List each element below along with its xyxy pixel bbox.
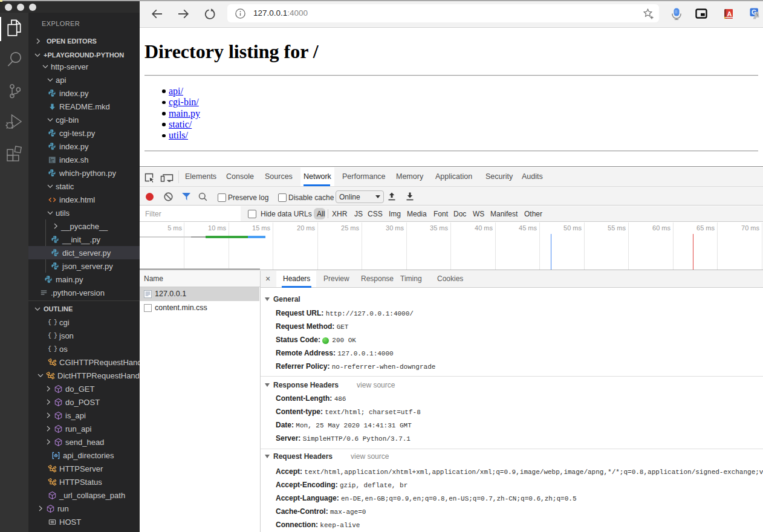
svg-text:A: A: [727, 10, 732, 18]
